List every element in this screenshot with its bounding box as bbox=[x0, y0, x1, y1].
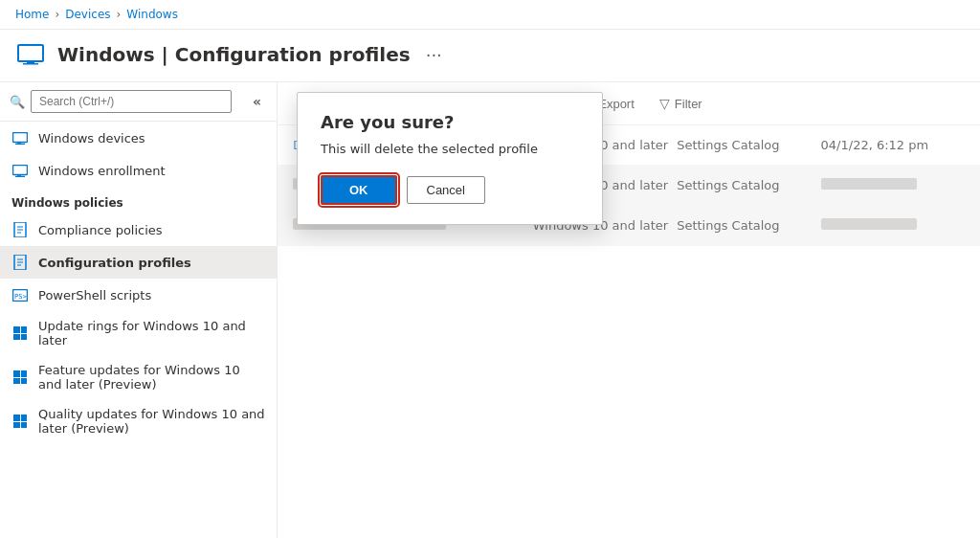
sidebar-item-windows-devices[interactable]: Windows devices bbox=[0, 122, 277, 154]
page-title: Windows | Configuration profiles bbox=[57, 43, 411, 66]
sidebar-item-quality-updates[interactable]: Quality updates for Windows 10 and later… bbox=[0, 399, 277, 443]
config-profile-icon bbox=[11, 254, 29, 271]
modal-ok-button[interactable]: OK bbox=[321, 175, 397, 205]
powershell-icon: PS> bbox=[11, 286, 29, 303]
page-header: Windows | Configuration profiles ··· bbox=[0, 30, 980, 82]
monitor-icon-2 bbox=[11, 162, 29, 179]
breadcrumb-windows[interactable]: Windows bbox=[126, 8, 178, 21]
svg-rect-2 bbox=[23, 63, 38, 65]
compliance-policy-icon bbox=[11, 221, 29, 238]
sidebar-item-label: Feature updates for Windows 10 and later… bbox=[38, 363, 265, 392]
sidebar-item-label: Update rings for Windows 10 and later bbox=[38, 319, 265, 347]
page-header-icon bbox=[15, 39, 46, 70]
modal-actions: OK Cancel bbox=[321, 175, 579, 205]
sidebar-item-configuration-profiles[interactable]: Configuration profiles bbox=[0, 246, 277, 279]
windows-quality-icon bbox=[11, 413, 29, 430]
breadcrumb-home[interactable]: Home bbox=[15, 8, 49, 21]
sidebar-item-windows-enrollment[interactable]: Windows enrollment bbox=[0, 154, 277, 187]
modal-message: This will delete the selected profile bbox=[321, 142, 579, 156]
breadcrumb-devices[interactable]: Devices bbox=[65, 8, 110, 21]
sidebar-search-area: 🔍 « bbox=[0, 82, 277, 122]
svg-rect-0 bbox=[18, 45, 43, 61]
sidebar-item-label: Configuration profiles bbox=[38, 256, 191, 270]
sidebar-item-label: Quality updates for Windows 10 and later… bbox=[38, 407, 265, 436]
breadcrumb: Home › Devices › Windows bbox=[0, 0, 980, 30]
sidebar-section-windows-policies: Windows policies bbox=[0, 187, 277, 213]
svg-text:PS>: PS> bbox=[14, 293, 27, 301]
content-area: + Create profile ≡ Columns ↻ Refresh ↓ E… bbox=[278, 82, 980, 538]
search-input[interactable] bbox=[31, 90, 232, 113]
sidebar-item-label: Windows enrollment bbox=[38, 164, 166, 178]
modal-title: Are you sure? bbox=[321, 112, 579, 132]
svg-rect-1 bbox=[27, 61, 34, 63]
modal-cancel-button[interactable]: Cancel bbox=[407, 176, 485, 204]
confirmation-dialog: Are you sure? This will delete the selec… bbox=[297, 92, 603, 225]
sidebar-item-update-rings[interactable]: Update rings for Windows 10 and later bbox=[0, 311, 277, 355]
sidebar-item-powershell-scripts[interactable]: PS> PowerShell scripts bbox=[0, 279, 277, 311]
collapse-button[interactable]: « bbox=[247, 92, 267, 111]
sidebar-item-label: PowerShell scripts bbox=[38, 288, 151, 303]
sidebar: 🔍 « Windows devices bbox=[0, 82, 278, 538]
sidebar-item-label: Windows devices bbox=[38, 131, 145, 146]
svg-rect-5 bbox=[13, 165, 28, 174]
sidebar-item-compliance-policies[interactable]: Compliance policies bbox=[0, 213, 277, 246]
monitor-icon bbox=[11, 129, 29, 146]
main-layout: 🔍 « Windows devices bbox=[0, 82, 980, 538]
more-options-button[interactable]: ··· bbox=[426, 45, 442, 65]
sidebar-item-feature-updates[interactable]: Feature updates for Windows 10 and later… bbox=[0, 355, 277, 399]
windows-feature-icon bbox=[11, 369, 29, 386]
sidebar-item-label: Compliance policies bbox=[38, 223, 163, 237]
windows-update-icon bbox=[11, 325, 29, 342]
modal-overlay: Are you sure? This will delete the selec… bbox=[278, 82, 980, 538]
svg-rect-3 bbox=[13, 132, 28, 142]
search-icon: 🔍 bbox=[10, 95, 25, 109]
